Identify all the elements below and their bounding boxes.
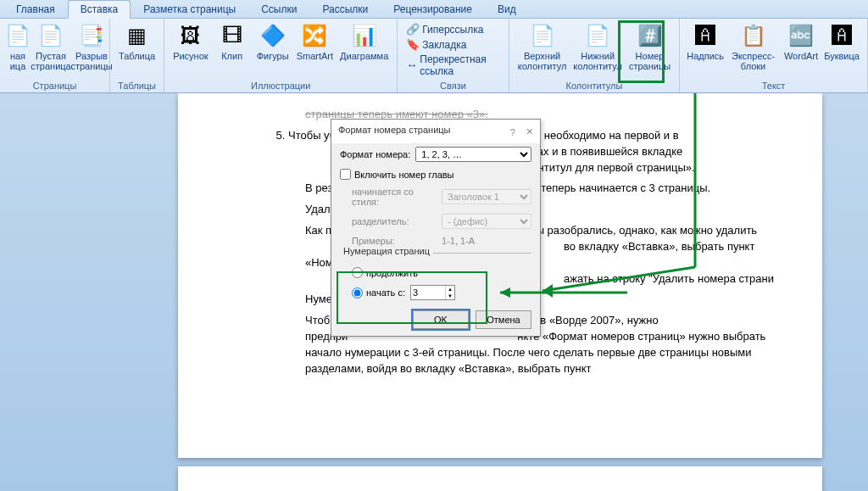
smartart-icon: 🔀	[301, 22, 328, 49]
arrow-annotation-1	[526, 93, 712, 301]
dialog-help-icon[interactable]: ?	[510, 127, 515, 137]
wordart-button[interactable]: 🔤WordArt	[781, 20, 821, 63]
textbox-label: Надпись	[687, 51, 724, 61]
group-pages-label: Страницы	[5, 80, 104, 92]
group-text-label: Текст	[685, 80, 862, 92]
blank-page-label: Пустая страница	[31, 51, 70, 71]
page-break-icon: 📑	[78, 22, 105, 49]
bookmark-label: Закладка	[422, 39, 466, 51]
include-chapter-checkbox[interactable]	[340, 169, 351, 180]
group-text: 🅰Надпись 📋Экспресс-блоки 🔤WordArt 🅰Букви…	[680, 19, 868, 92]
group-hf-label: Колонтитулы	[515, 80, 674, 92]
cancel-button[interactable]: Отмена	[476, 310, 531, 329]
group-tables: ▦ Таблица Таблицы	[110, 19, 164, 92]
hyperlink-label: Гиперссылка	[422, 24, 483, 36]
tab-mailings[interactable]: Рассылки	[309, 0, 381, 18]
bookmark-icon: 🔖	[406, 38, 420, 52]
textbox-button[interactable]: 🅰Надпись	[685, 20, 726, 63]
ribbon-tabs: Главная Вставка Разметка страницы Ссылки…	[0, 0, 868, 19]
blank-page-icon: 📄	[37, 22, 64, 49]
picture-button[interactable]: 🖼Рисунок	[170, 20, 212, 63]
quickparts-button[interactable]: 📋Экспресс-блоки	[726, 20, 781, 73]
dialog-titlebar[interactable]: Формат номера страницы ? ×	[331, 120, 540, 143]
pagenumber-label: Номер страницы	[629, 51, 670, 71]
crossref-label: Перекрестная ссылка	[420, 53, 500, 77]
group-links: 🔗Гиперссылка 🔖Закладка ↔Перекрестная ссы…	[398, 19, 509, 92]
picture-label: Рисунок	[173, 51, 209, 61]
header-icon: 📄	[529, 22, 556, 49]
header-label: Верхний колонтитул	[518, 51, 567, 71]
separator-select: - (дефис)	[442, 214, 531, 229]
shapes-button[interactable]: 🔷Фигуры	[253, 20, 293, 63]
start-at-spinner[interactable]: ▲▼	[410, 285, 455, 300]
dropcap-button[interactable]: 🅰Буквица	[821, 20, 862, 63]
pagenumber-button[interactable]: #️⃣Номер страницы	[626, 20, 674, 73]
clip-label: Клип	[221, 51, 242, 61]
shapes-label: Фигуры	[257, 51, 289, 61]
workspace: страницы теперь имеют номер «3». Чтобы у…	[0, 93, 868, 491]
blank-page-button[interactable]: 📄 Пустая страница	[31, 20, 71, 73]
footer-icon: 📄	[584, 22, 611, 49]
numbering-caption: Нумерация страниц	[340, 246, 433, 256]
page-break-button[interactable]: 📑 Разрыв страницы	[71, 20, 112, 73]
ok-button[interactable]: OK	[413, 310, 469, 329]
table-label: Таблица	[119, 51, 155, 61]
tab-insert[interactable]: Вставка	[68, 0, 131, 19]
chart-icon: 📊	[351, 22, 378, 49]
start-at-label: начать с:	[366, 287, 405, 298]
hyperlink-button[interactable]: 🔗Гиперссылка	[403, 22, 487, 37]
group-links-label: Связи	[403, 80, 504, 92]
clip-icon: 🎞	[219, 22, 246, 49]
page-icon: 📄	[4, 22, 31, 49]
clip-button[interactable]: 🎞Клип	[212, 20, 253, 63]
spin-up-icon[interactable]: ▲	[446, 286, 454, 293]
tab-view[interactable]: Вид	[485, 0, 529, 18]
page-number-format-dialog: Формат номера страницы ? × Формат номера…	[331, 119, 541, 337]
table-icon: ▦	[124, 22, 151, 49]
chart-button[interactable]: 📊Диаграмма	[337, 20, 392, 63]
crossref-icon: ↔	[406, 59, 417, 72]
shapes-icon: 🔷	[259, 22, 287, 49]
pagenumber-icon: #️⃣	[637, 22, 664, 49]
tab-home[interactable]: Главная	[3, 0, 68, 18]
examples-label: Примеры:	[352, 236, 437, 246]
ribbon: 📄 ная ица 📄 Пустая страница 📑 Разрыв стр…	[0, 19, 868, 93]
footer-button[interactable]: 📄Нижний колонтитул	[570, 20, 626, 73]
starts-style-label: начинается со стиля:	[352, 187, 437, 207]
document-page-next	[178, 466, 822, 491]
separator-label: разделитель:	[352, 216, 437, 226]
group-illus-label: Иллюстрации	[170, 80, 392, 92]
wordart-icon: 🔤	[787, 22, 815, 49]
group-illustrations: 🖼Рисунок 🎞Клип 🔷Фигуры 🔀SmartArt 📊Диагра…	[164, 19, 398, 92]
smartart-label: SmartArt	[297, 51, 333, 61]
hyperlink-icon: 🔗	[406, 23, 420, 36]
group-tables-label: Таблицы	[115, 80, 159, 92]
chart-label: Диаграмма	[340, 51, 388, 61]
start-at-input[interactable]	[411, 286, 445, 299]
page-break-label: Разрыв страницы	[70, 51, 112, 71]
smartart-button[interactable]: 🔀SmartArt	[293, 20, 337, 63]
group-pages: 📄 ная ица 📄 Пустая страница 📑 Разрыв стр…	[0, 19, 110, 92]
arrow-annotation-2	[492, 284, 636, 301]
bookmark-button[interactable]: 🔖Закладка	[403, 37, 470, 53]
quickparts-icon: 📋	[740, 22, 767, 49]
cover-page-button[interactable]: 📄 ная ица	[5, 20, 31, 73]
continue-radio[interactable]	[352, 267, 363, 278]
spin-down-icon[interactable]: ▼	[446, 293, 454, 299]
crossref-button[interactable]: ↔Перекрестная ссылка	[403, 53, 504, 78]
include-chapter-label: Включить номер главы	[354, 170, 454, 180]
examples-value: 1-1, 1-A	[442, 236, 475, 246]
dropcap-icon: 🅰	[828, 22, 855, 49]
picture-icon: 🖼	[177, 22, 204, 49]
start-at-radio[interactable]	[352, 287, 363, 299]
number-format-label: Формат номера:	[340, 149, 410, 159]
tab-review[interactable]: Рецензирование	[381, 0, 485, 18]
header-button[interactable]: 📄Верхний колонтитул	[515, 20, 570, 73]
footer-label: Нижний колонтитул	[573, 51, 622, 71]
number-format-select[interactable]: 1, 2, 3, …	[415, 147, 531, 162]
quickparts-label: Экспресс-блоки	[729, 51, 777, 71]
table-button[interactable]: ▦ Таблица	[115, 20, 159, 63]
tab-references[interactable]: Ссылки	[248, 0, 309, 18]
tab-layout[interactable]: Разметка страницы	[131, 0, 248, 18]
cover-page-label: ная ица	[10, 51, 26, 71]
